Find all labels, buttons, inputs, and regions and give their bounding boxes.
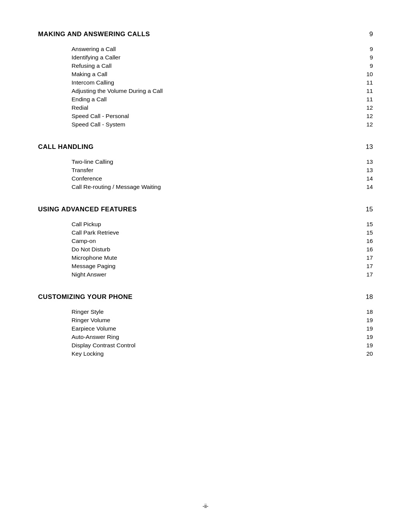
toc-entry: Ringer Volume19 [72,317,373,324]
entry-page-number: 9 [362,62,373,69]
entry-label: Auto-Answer Ring [72,334,119,340]
entry-label: Two-line Calling [72,158,113,165]
entry-page-number: 12 [362,113,373,120]
entry-label: Ringer Volume [72,317,110,324]
toc-entries-call-handling: Two-line Calling13Transfer13Conference14… [38,158,373,190]
entry-label: Call Park Retrieve [72,229,119,236]
section-page-call-handling: 13 [366,143,373,151]
section-header-customizing-your-phone: CUSTOMIZING YOUR PHONE18 [38,293,373,301]
entry-label: Intercom Calling [72,79,114,86]
entry-page-number: 17 [362,263,373,270]
toc-entry: Transfer13 [72,167,373,174]
section-title-call-handling: CALL HANDLING [38,143,94,151]
section-making-answering-calls: MAKING AND ANSWERING CALLS9Answering a C… [38,30,373,128]
entry-label: Making a Call [72,71,107,78]
toc-entry: Adjusting the Volume During a Call11 [72,88,373,94]
toc-entries-using-advanced-features: Call Pickup15Call Park Retrieve15Camp-on… [38,221,373,278]
page: MAKING AND ANSWERING CALLS9Answering a C… [0,0,411,532]
entry-label: Transfer [72,167,93,174]
section-page-making-answering-calls: 9 [370,30,373,38]
entry-page-number: 19 [362,325,373,332]
section-title-using-advanced-features: USING ADVANCED FEATURES [38,206,137,213]
entry-label: Speed Call - Personal [72,113,129,120]
entry-page-number: 11 [362,96,373,103]
entry-page-number: 16 [362,238,373,244]
toc-entry: Call Pickup15 [72,221,373,228]
entry-page-number: 11 [362,88,373,94]
entry-page-number: 15 [362,229,373,236]
entry-label: Do Not Disturb [72,246,110,253]
toc-entry: Refusing a Call9 [72,62,373,69]
entry-label: Conference [72,175,102,182]
section-call-handling: CALL HANDLING13Two-line Calling13Transfe… [38,143,373,190]
toc-entry: Answering a Call9 [72,46,373,53]
toc-entry: Identifying a Caller9 [72,54,373,61]
toc-entry: Making a Call10 [72,71,373,78]
entry-label: Answering a Call [72,46,116,53]
footer-text: -ii- [202,503,209,509]
entry-label: Earpiece Volume [72,325,116,332]
entry-label: Ending a Call [72,96,107,103]
entry-page-number: 9 [362,46,373,53]
entry-page-number: 19 [362,334,373,340]
toc-entry: Redial12 [72,104,373,111]
entry-page-number: 10 [362,71,373,78]
page-footer: -ii- [0,503,411,509]
toc-entry: Speed Call - System12 [72,121,373,128]
entry-page-number: 18 [362,308,373,315]
entry-label: Message Paging [72,263,115,270]
entry-page-number: 19 [362,342,373,349]
section-title-customizing-your-phone: CUSTOMIZING YOUR PHONE [38,293,132,301]
entry-page-number: 20 [362,350,373,357]
toc-entries-customizing-your-phone: Ringer Style18Ringer Volume19Earpiece Vo… [38,308,373,357]
entry-label: Refusing a Call [72,62,112,69]
section-page-using-advanced-features: 15 [366,206,373,213]
entry-page-number: 14 [362,184,373,190]
toc-entry: Microphone Mute17 [72,254,373,261]
entry-label: Speed Call - System [72,121,125,128]
toc-entry: Auto-Answer Ring19 [72,334,373,340]
toc-entry: Message Paging17 [72,263,373,270]
entry-page-number: 12 [362,104,373,111]
section-header-making-answering-calls: MAKING AND ANSWERING CALLS9 [38,30,373,38]
entry-page-number: 17 [362,271,373,278]
entry-label: Call Re-routing / Message Waiting [72,184,161,190]
entry-label: Adjusting the Volume During a Call [72,88,163,94]
toc-entry: Key Locking20 [72,350,373,357]
toc-entry: Earpiece Volume19 [72,325,373,332]
toc-entry: Conference14 [72,175,373,182]
toc-entry: Night Answer17 [72,271,373,278]
entry-label: Microphone Mute [72,254,117,261]
toc-entry: Do Not Disturb16 [72,246,373,253]
section-using-advanced-features: USING ADVANCED FEATURES15Call Pickup15Ca… [38,206,373,278]
toc-entry: Speed Call - Personal12 [72,113,373,120]
entry-page-number: 12 [362,121,373,128]
entry-page-number: 14 [362,175,373,182]
entry-label: Key Locking [72,350,104,357]
toc-entry: Call Re-routing / Message Waiting14 [72,184,373,190]
entry-page-number: 19 [362,317,373,324]
toc-entry: Ending a Call11 [72,96,373,103]
entry-label: Night Answer [72,271,106,278]
entry-label: Identifying a Caller [72,54,120,61]
toc-entry: Intercom Calling11 [72,79,373,86]
toc-entry: Camp-on16 [72,238,373,244]
entry-label: Redial [72,104,88,111]
entry-label: Call Pickup [72,221,101,228]
section-page-customizing-your-phone: 18 [366,293,373,301]
toc-entries-making-answering-calls: Answering a Call9Identifying a Caller9Re… [38,46,373,128]
entry-page-number: 11 [362,79,373,86]
entry-page-number: 13 [362,167,373,174]
toc-entry: Display Contrast Control19 [72,342,373,349]
entry-page-number: 16 [362,246,373,253]
section-customizing-your-phone: CUSTOMIZING YOUR PHONE18Ringer Style18Ri… [38,293,373,357]
entry-page-number: 9 [362,54,373,61]
section-title-making-answering-calls: MAKING AND ANSWERING CALLS [38,30,150,38]
toc-entry: Two-line Calling13 [72,158,373,165]
entry-label: Display Contrast Control [72,342,135,349]
entry-page-number: 13 [362,158,373,165]
toc-entry: Call Park Retrieve15 [72,229,373,236]
entry-page-number: 15 [362,221,373,228]
section-header-using-advanced-features: USING ADVANCED FEATURES15 [38,206,373,213]
toc-entry: Ringer Style18 [72,308,373,315]
